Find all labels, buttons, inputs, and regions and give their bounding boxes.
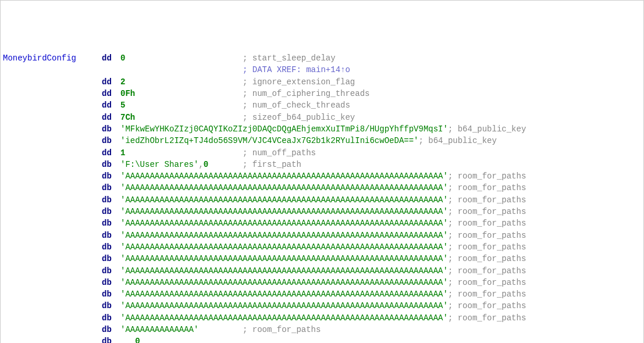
opcode: db — [102, 277, 120, 288]
opcode: dd — [102, 147, 120, 159]
label-column — [3, 335, 102, 343]
comment: ; start_sleep_delay — [243, 52, 336, 64]
disasm-line: db'AAAAAAAAAAAAAAAAAAAAAAAAAAAAAAAAAAAAA… — [3, 277, 641, 288]
comment: ; num_of_check_threads — [243, 99, 350, 111]
opcode: db — [102, 217, 120, 229]
opcode: db — [102, 159, 120, 170]
comment: ; ignore_extension_flag — [243, 76, 355, 88]
opcode: db — [102, 194, 120, 206]
disasm-line: dd1; num_off_paths — [3, 147, 641, 159]
opcode — [102, 64, 120, 76]
disasm-line: db'AAAAAAAAAAAAAAAAAAAAAAAAAAAAAAAAAAAAA… — [3, 170, 641, 182]
disasm-line: db'AAAAAAAAAAAAAAAAAAAAAAAAAAAAAAAAAAAAA… — [3, 253, 641, 265]
label-column — [3, 135, 102, 147]
operand-value: 7Ch — [120, 112, 243, 123]
label-column — [3, 300, 102, 312]
operand-value: 'AAAAAAAAAAAAAAAAAAAAAAAAAAAAAAAAAAAAAAA… — [120, 194, 448, 206]
disasm-line: db 0 — [3, 335, 641, 343]
disasm-line: db'AAAAAAAAAAAAAAAAAAAAAAAAAAAAAAAAAAAAA… — [3, 217, 641, 229]
opcode: db — [102, 123, 120, 135]
operand-value: 'AAAAAAAAAAAAAAAAAAAAAAAAAAAAAAAAAAAAAAA… — [120, 265, 448, 277]
label-column: MoneybirdConfig — [3, 52, 102, 64]
operand-value: 'AAAAAAAAAAAAAAAAAAAAAAAAAAAAAAAAAAAAAAA… — [120, 182, 448, 194]
operand-value: 5 — [120, 99, 243, 111]
comment: ; room_for_paths — [448, 206, 526, 217]
disasm-line: db'AAAAAAAAAAAAAAAAAAAAAAAAAAAAAAAAAAAAA… — [3, 241, 641, 253]
disasm-line: db'AAAAAAAAAAAAAAAAAAAAAAAAAAAAAAAAAAAAA… — [3, 288, 641, 300]
opcode: db — [102, 206, 120, 217]
label-column — [3, 123, 102, 135]
comment: ; room_for_paths — [448, 194, 526, 206]
operand-value: 'AAAAAAAAAAAAAAAAAAAAAAAAAAAAAAAAAAAAAAA… — [120, 217, 448, 229]
label-column — [3, 147, 102, 159]
opcode: db — [102, 253, 120, 265]
comment: ; room_for_paths — [448, 288, 526, 300]
disasm-line: MoneybirdConfig dd0; start_sleep_delay — [3, 52, 641, 64]
opcode: dd — [102, 52, 120, 64]
label-column — [3, 99, 102, 111]
operand-value: 'AAAAAAAAAAAAAAAAAAAAAAAAAAAAAAAAAAAAAAA… — [120, 277, 448, 288]
comment: ; room_for_paths — [448, 312, 526, 324]
opcode: dd — [102, 76, 120, 88]
opcode: db — [102, 182, 120, 194]
opcode: db — [102, 324, 120, 335]
opcode: db — [102, 170, 120, 182]
operand-value: 'AAAAAAAAAAAAAAAAAAAAAAAAAAAAAAAAAAAAAAA… — [120, 170, 448, 182]
operand-value: 'AAAAAAAAAAAAAAAAAAAAAAAAAAAAAAAAAAAAAAA… — [120, 253, 448, 265]
label-column — [3, 88, 102, 99]
comment: ; room_for_paths — [448, 230, 526, 241]
operand-value: 'MFkwEwYHKoZIzj0CAQYIKoZIzj0DAQcDQgAEhje… — [120, 123, 448, 135]
operand-value: 'AAAAAAAAAAAAAAAAAAAAAAAAAAAAAAAAAAAAAAA… — [120, 241, 448, 253]
disasm-line: db'AAAAAAAAAAAAAAAAAAAAAAAAAAAAAAAAAAAAA… — [3, 230, 641, 241]
comment: ; room_for_paths — [448, 300, 526, 312]
operand-value: 'AAAAAAAAAAAAAAAAAAAAAAAAAAAAAAAAAAAAAAA… — [120, 312, 448, 324]
opcode: db — [102, 288, 120, 300]
disasm-line: db'iedZhObrL2IZq+TJ4do56S9VM/VJC4VCeaJx7… — [3, 135, 641, 147]
label-column — [3, 324, 102, 335]
disasm-line: db'AAAAAAAAAAAAAAAAAAAAAAAAAAAAAAAAAAAAA… — [3, 265, 641, 277]
label-column — [3, 194, 102, 206]
label-column — [3, 230, 102, 241]
operand-value: 'F:\User Shares',0 — [120, 159, 243, 170]
label-column — [3, 76, 102, 88]
disasm-line: db'AAAAAAAAAAAAAA'; room_for_paths — [3, 324, 641, 335]
operand-value: 'AAAAAAAAAAAAAAAAAAAAAAAAAAAAAAAAAAAAAAA… — [120, 206, 448, 217]
label-column — [3, 312, 102, 324]
label-column — [3, 159, 102, 170]
opcode: db — [102, 265, 120, 277]
comment: ; room_for_paths — [243, 324, 321, 335]
label-column — [3, 64, 102, 76]
comment: ; b64_public_key — [448, 123, 526, 135]
operand-value: 'iedZhObrL2IZq+TJ4do56S9VM/VJC4VCeaJx7G2… — [120, 135, 418, 147]
label-column — [3, 288, 102, 300]
label-column — [3, 170, 102, 182]
opcode: dd — [102, 112, 120, 123]
disasm-line: dd2; ignore_extension_flag — [3, 76, 641, 88]
comment: ; room_for_paths — [448, 182, 526, 194]
disasm-line: db'AAAAAAAAAAAAAAAAAAAAAAAAAAAAAAAAAAAAA… — [3, 206, 641, 217]
operand-value: 'AAAAAAAAAAAAAAAAAAAAAAAAAAAAAAAAAAAAAAA… — [120, 300, 448, 312]
comment: ; sizeof_b64_public_key — [243, 112, 355, 123]
disasm-line: db'AAAAAAAAAAAAAAAAAAAAAAAAAAAAAAAAAAAAA… — [3, 312, 641, 324]
operand-value: 0Fh — [120, 88, 243, 99]
opcode: db — [102, 335, 120, 343]
operand-value: 0 — [120, 335, 243, 343]
disasm-line: db'F:\User Shares',0; first_path — [3, 159, 641, 170]
comment: ; first_path — [243, 159, 301, 170]
disasm-line: dd5; num_of_check_threads — [3, 99, 641, 111]
label-column — [3, 182, 102, 194]
comment: ; room_for_paths — [448, 217, 526, 229]
label-column — [3, 253, 102, 265]
comment: ; room_for_paths — [448, 265, 526, 277]
operand-value — [120, 64, 243, 76]
comment: ; room_for_paths — [448, 277, 526, 288]
label-column — [3, 112, 102, 123]
label-column — [3, 241, 102, 253]
opcode: db — [102, 312, 120, 324]
disasm-line: dd0Fh; num_of_ciphering_threads — [3, 88, 641, 99]
comment: ; DATA XREF: main+14↑o — [243, 64, 350, 76]
label-column — [3, 277, 102, 288]
comment: ; room_for_paths — [448, 170, 526, 182]
disasm-line: db'MFkwEwYHKoZIzj0CAQYIKoZIzj0DAQcDQgAEh… — [3, 123, 641, 135]
opcode: dd — [102, 88, 120, 99]
